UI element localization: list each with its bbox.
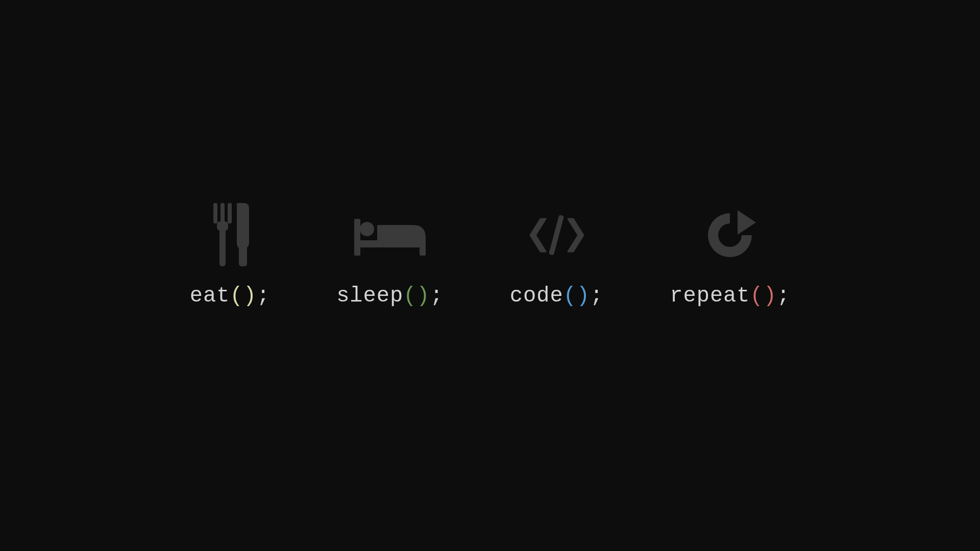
label-eat: eat(); <box>190 284 270 308</box>
svg-rect-7 <box>354 240 426 247</box>
item-sleep: sleep(); <box>336 202 444 308</box>
label-repeat: repeat(); <box>670 284 790 308</box>
label-code: code(); <box>510 284 603 308</box>
svg-rect-2 <box>228 203 232 223</box>
semicolon: ; <box>257 284 270 308</box>
svg-rect-5 <box>239 245 247 266</box>
item-repeat: repeat(); <box>670 202 790 308</box>
fn-name: eat <box>190 284 230 308</box>
fork-knife-icon <box>204 202 255 268</box>
semicolon: ; <box>430 284 444 308</box>
parens: () <box>564 284 590 308</box>
redo-icon <box>701 202 760 268</box>
item-eat: eat(); <box>190 202 270 308</box>
fn-name: code <box>510 284 564 308</box>
svg-rect-10 <box>548 215 564 256</box>
svg-rect-8 <box>354 219 360 256</box>
semicolon: ; <box>777 284 790 308</box>
svg-rect-0 <box>213 203 217 223</box>
svg-point-6 <box>360 222 374 236</box>
code-icon <box>521 202 593 268</box>
svg-rect-9 <box>420 240 426 256</box>
semicolon: ; <box>590 284 603 308</box>
item-code: code(); <box>510 202 603 308</box>
svg-rect-1 <box>220 203 225 223</box>
parens: () <box>230 284 256 308</box>
label-sleep: sleep(); <box>336 284 444 308</box>
wallpaper-container: eat(); sleep(); code(); <box>190 202 790 308</box>
parens: () <box>750 284 777 308</box>
svg-rect-4 <box>219 228 226 266</box>
fn-name: sleep <box>336 284 403 308</box>
fn-name: repeat <box>670 284 750 308</box>
bed-icon <box>352 202 428 268</box>
parens: () <box>403 284 430 308</box>
